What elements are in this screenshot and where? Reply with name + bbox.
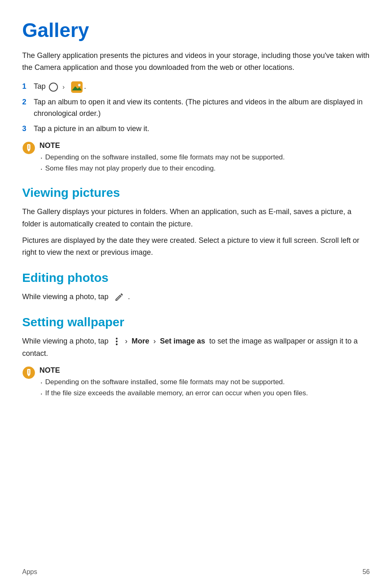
svg-rect-0 bbox=[71, 81, 83, 93]
step-1: 1 Tap › . bbox=[22, 81, 370, 92]
menu-dots-icon bbox=[114, 337, 120, 346]
note-icon bbox=[22, 141, 35, 154]
footer: Apps 56 bbox=[22, 568, 370, 576]
page-content: Gallery The Gallery application presents… bbox=[0, 0, 392, 432]
editing-title: Editing photos bbox=[22, 270, 370, 285]
wallpaper-more: More bbox=[131, 337, 149, 345]
step-1-content: Tap › . bbox=[34, 81, 86, 92]
svg-rect-7 bbox=[28, 147, 30, 148]
svg-point-10 bbox=[116, 341, 118, 342]
note-2: NOTE Depending on the software installed… bbox=[22, 366, 370, 399]
editing-text-before: While viewing a photo, tap bbox=[22, 293, 108, 301]
svg-point-9 bbox=[116, 338, 118, 339]
step-2-number: 2 bbox=[22, 96, 34, 108]
viewing-title: Viewing pictures bbox=[22, 185, 370, 200]
wallpaper-text-before: While viewing a photo, tap bbox=[22, 337, 108, 345]
note-1-title: NOTE bbox=[39, 141, 285, 150]
note-2-title: NOTE bbox=[39, 366, 308, 375]
section-wallpaper: Setting wallpaper While viewing a photo,… bbox=[22, 315, 370, 360]
note-1-content: NOTE Depending on the software installed… bbox=[39, 141, 285, 174]
section-viewing: Viewing pictures The Gallery displays yo… bbox=[22, 185, 370, 259]
svg-rect-17 bbox=[28, 373, 30, 374]
editing-text-after: . bbox=[128, 293, 130, 301]
svg-rect-8 bbox=[28, 148, 30, 149]
wallpaper-arrow-2: › bbox=[153, 337, 156, 345]
step-3: 3 Tap a picture in an album to view it. bbox=[22, 123, 370, 135]
step-3-content: Tap a picture in an album to view it. bbox=[34, 123, 149, 135]
step-1-number: 1 bbox=[22, 81, 34, 92]
footer-apps-label: Apps bbox=[22, 568, 37, 576]
step-3-number: 3 bbox=[22, 123, 34, 135]
wallpaper-body: While viewing a photo, tap › More › Set … bbox=[22, 335, 370, 360]
wallpaper-set-image: Set image as bbox=[160, 337, 205, 345]
step-2-content: Tap an album to open it and view its con… bbox=[34, 96, 370, 120]
section-editing: Editing photos While viewing a photo, ta… bbox=[22, 270, 370, 303]
note-1: NOTE Depending on the software installed… bbox=[22, 141, 370, 174]
note-2-bullet-2: If the file size exceeds the available m… bbox=[39, 387, 308, 399]
page-title: Gallery bbox=[22, 20, 370, 42]
arrow-icon: › bbox=[62, 82, 65, 92]
note-2-bullets: Depending on the software installed, som… bbox=[39, 376, 308, 399]
viewing-para-2: Pictures are displayed by the date they … bbox=[22, 235, 370, 259]
edit-pencil-icon bbox=[114, 292, 124, 302]
wallpaper-arrow-1: › bbox=[125, 337, 127, 345]
editing-body: While viewing a photo, tap . bbox=[22, 291, 370, 303]
home-circle-icon bbox=[49, 83, 58, 92]
note-1-bullet-1: Depending on the software installed, som… bbox=[39, 152, 285, 163]
footer-page-number: 56 bbox=[362, 568, 370, 576]
svg-point-11 bbox=[116, 344, 118, 345]
gallery-app-icon bbox=[71, 81, 83, 93]
steps-list: 1 Tap › . 2 Tap an album to open it and … bbox=[22, 81, 370, 135]
note-2-bullet-1: Depending on the software installed, som… bbox=[39, 376, 308, 387]
svg-point-2 bbox=[78, 84, 81, 86]
svg-rect-16 bbox=[28, 371, 30, 372]
note-1-bullets: Depending on the software installed, som… bbox=[39, 152, 285, 174]
note-2-content: NOTE Depending on the software installed… bbox=[39, 366, 308, 399]
svg-rect-6 bbox=[28, 145, 30, 146]
step-2: 2 Tap an album to open it and view its c… bbox=[22, 96, 370, 120]
note-1-bullet-2: Some files may not play properly due to … bbox=[39, 163, 285, 174]
intro-text: The Gallery application presents the pic… bbox=[22, 50, 370, 74]
svg-rect-15 bbox=[28, 370, 30, 371]
wallpaper-title: Setting wallpaper bbox=[22, 315, 370, 330]
note-2-icon bbox=[22, 366, 35, 379]
viewing-para-1: The Gallery displays your pictures in fo… bbox=[22, 206, 370, 230]
